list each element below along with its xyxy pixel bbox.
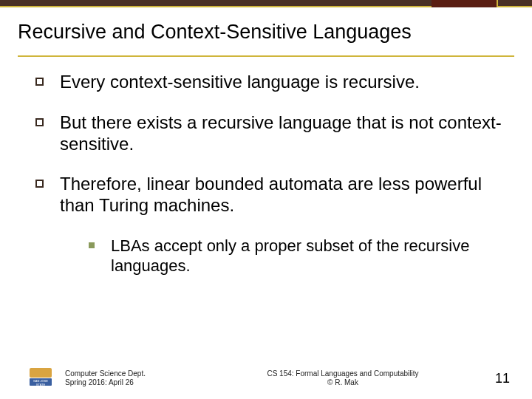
logo-bottom: SAN JOSE STATE	[30, 378, 52, 386]
footer-left: Computer Science Dept. Spring 2016: Apri…	[65, 369, 191, 388]
footer-author: © R. Mak	[191, 378, 495, 388]
sub-bullet-square-icon	[89, 242, 95, 248]
logo-top	[30, 368, 52, 378]
footer-center: CS 154: Formal Languages and Computabili…	[191, 369, 495, 388]
bullet-text: But there exists a recursive language th…	[60, 112, 502, 155]
bullet-item: But there exists a recursive language th…	[35, 112, 502, 155]
sub-bullet-list: LBAs accept only a proper subset of the …	[35, 236, 502, 276]
slide-title: Recursive and Context-Sensitive Language…	[18, 21, 514, 44]
page-number: 11	[495, 371, 510, 386]
bullet-item: Therefore, linear bounded automata are l…	[35, 174, 502, 216]
bullet-box-icon	[35, 180, 44, 188]
bullet-box-icon	[35, 118, 44, 126]
sub-bullet-item: LBAs accept only a proper subset of the …	[89, 236, 502, 276]
sjsu-logo: SAN JOSE STATE	[30, 368, 53, 389]
bullet-text: Every context-sensitive language is recu…	[60, 72, 420, 93]
title-area: Recursive and Context-Sensitive Language…	[0, 7, 532, 51]
sub-bullet-text: LBAs accept only a proper subset of the …	[111, 236, 502, 276]
slide-footer: SAN JOSE STATE Computer Science Dept. Sp…	[0, 368, 532, 389]
footer-date: Spring 2016: April 26	[65, 378, 191, 388]
slide-top-bar	[0, 0, 532, 7]
slide-content: Every context-sensitive language is recu…	[0, 57, 532, 276]
footer-dept: Computer Science Dept.	[65, 369, 191, 379]
bullet-box-icon	[35, 78, 44, 86]
bullet-text: Therefore, linear bounded automata are l…	[60, 174, 502, 216]
footer-course: CS 154: Formal Languages and Computabili…	[191, 369, 495, 379]
slide-top-accent	[432, 0, 498, 7]
bullet-item: Every context-sensitive language is recu…	[35, 72, 502, 93]
